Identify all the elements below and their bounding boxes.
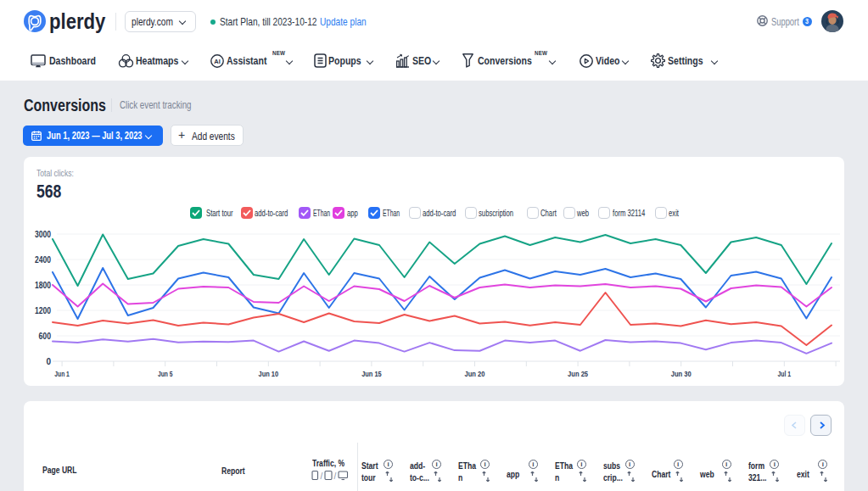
svg-text:/: / <box>334 471 337 481</box>
svg-text:Jun 20: Jun 20 <box>465 369 485 378</box>
svg-text:0: 0 <box>46 357 51 366</box>
svg-text:Jun 30: Jun 30 <box>671 369 692 378</box>
svg-text:3000: 3000 <box>35 230 51 239</box>
svg-text:1200: 1200 <box>35 306 51 315</box>
svg-text:2400: 2400 <box>35 255 51 265</box>
svg-text:1800: 1800 <box>35 281 51 290</box>
svg-text:Jul 1: Jul 1 <box>778 369 792 378</box>
svg-text:Jun 25: Jun 25 <box>568 369 589 378</box>
svg-text:AI: AI <box>214 58 221 65</box>
svg-text:Jun 10: Jun 10 <box>259 369 279 378</box>
svg-text:/: / <box>321 471 323 481</box>
svg-text:Jun 5: Jun 5 <box>158 369 173 378</box>
svg-text:600: 600 <box>39 332 52 341</box>
svg-text:Jun 15: Jun 15 <box>361 369 382 378</box>
svg-text:Jun 1: Jun 1 <box>54 369 70 378</box>
